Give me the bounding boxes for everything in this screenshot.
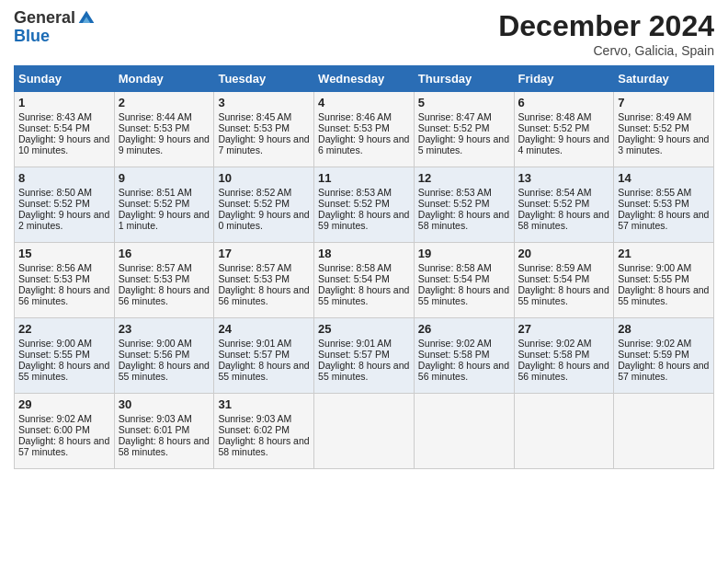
day-number: 16 (119, 247, 210, 260)
day-number: 22 (18, 322, 110, 336)
calendar-cell: 15Sunrise: 8:56 AMSunset: 5:53 PMDayligh… (15, 243, 115, 318)
day-number: 30 (119, 397, 210, 411)
daylight-text: Daylight: 9 hours and 3 minutes. (618, 133, 709, 155)
calendar-cell: 3Sunrise: 8:45 AMSunset: 5:53 PMDaylight… (214, 92, 314, 167)
sunrise-text: Sunrise: 8:46 AM (318, 111, 392, 122)
daylight-text: Daylight: 8 hours and 56 minutes. (218, 284, 309, 306)
daylight-text: Daylight: 8 hours and 55 minutes. (318, 284, 409, 306)
daylight-text: Daylight: 9 hours and 1 minute. (119, 209, 210, 231)
calendar-cell: 5Sunrise: 8:47 AMSunset: 5:52 PMDaylight… (414, 92, 514, 167)
day-number: 8 (18, 171, 110, 185)
logo-blue-text: Blue (14, 27, 50, 45)
calendar-cell (514, 394, 614, 469)
sunset-text: Sunset: 5:56 PM (119, 349, 190, 360)
day-number: 3 (218, 96, 310, 109)
day-number: 23 (119, 322, 210, 336)
sunset-text: Sunset: 6:01 PM (119, 424, 190, 435)
daylight-text: Daylight: 8 hours and 59 minutes. (318, 209, 409, 231)
calendar-row-3: 15Sunrise: 8:56 AMSunset: 5:53 PMDayligh… (15, 243, 714, 318)
calendar-cell (414, 394, 514, 469)
logo-icon (77, 9, 96, 28)
calendar-cell: 27Sunrise: 9:02 AMSunset: 5:58 PMDayligh… (514, 318, 614, 394)
logo: General Blue (14, 9, 96, 46)
daylight-text: Daylight: 8 hours and 55 minutes. (418, 284, 509, 306)
day-number: 10 (218, 171, 310, 185)
sunset-text: Sunset: 5:53 PM (218, 122, 290, 133)
calendar-cell: 16Sunrise: 8:57 AMSunset: 5:53 PMDayligh… (114, 243, 214, 318)
calendar-cell: 13Sunrise: 8:54 AMSunset: 5:52 PMDayligh… (514, 167, 614, 243)
sunrise-text: Sunrise: 8:59 AM (518, 262, 592, 273)
sunset-text: Sunset: 5:52 PM (418, 122, 490, 133)
daylight-text: Daylight: 8 hours and 57 minutes. (618, 209, 709, 231)
daylight-text: Daylight: 8 hours and 56 minutes. (119, 284, 210, 306)
sunrise-text: Sunrise: 9:02 AM (418, 338, 492, 349)
calendar-cell: 12Sunrise: 8:53 AMSunset: 5:52 PMDayligh… (414, 167, 514, 243)
sunset-text: Sunset: 5:52 PM (318, 198, 390, 209)
daylight-text: Daylight: 9 hours and 2 minutes. (18, 209, 109, 231)
day-number: 17 (218, 247, 310, 260)
daylight-text: Daylight: 9 hours and 4 minutes. (518, 133, 609, 155)
sunset-text: Sunset: 5:52 PM (518, 198, 590, 209)
sunrise-text: Sunrise: 8:47 AM (418, 111, 492, 122)
sunset-text: Sunset: 5:52 PM (18, 198, 90, 209)
col-friday: Friday (514, 66, 614, 92)
location: Cervo, Galicia, Spain (498, 43, 714, 58)
sunset-text: Sunset: 5:54 PM (518, 273, 590, 284)
calendar-cell: 2Sunrise: 8:44 AMSunset: 5:53 PMDaylight… (114, 92, 214, 167)
daylight-text: Daylight: 8 hours and 55 minutes. (518, 284, 609, 306)
calendar-cell: 4Sunrise: 8:46 AMSunset: 5:53 PMDaylight… (314, 92, 415, 167)
calendar-cell: 28Sunrise: 9:02 AMSunset: 5:59 PMDayligh… (614, 318, 714, 394)
sunrise-text: Sunrise: 8:56 AM (18, 262, 92, 273)
sunset-text: Sunset: 5:53 PM (218, 273, 290, 284)
calendar-cell: 11Sunrise: 8:53 AMSunset: 5:52 PMDayligh… (314, 167, 415, 243)
calendar-container: General Blue December 2024 Cervo, Galici… (0, 0, 728, 478)
day-number: 14 (618, 171, 710, 185)
daylight-text: Daylight: 8 hours and 55 minutes. (119, 360, 210, 382)
sunset-text: Sunset: 5:58 PM (518, 349, 590, 360)
day-number: 31 (218, 397, 310, 411)
daylight-text: Daylight: 8 hours and 55 minutes. (318, 360, 409, 382)
day-number: 2 (119, 96, 210, 109)
sunrise-text: Sunrise: 8:50 AM (18, 187, 92, 198)
daylight-text: Daylight: 9 hours and 9 minutes. (119, 133, 210, 155)
sunrise-text: Sunrise: 8:53 AM (318, 187, 392, 198)
calendar-cell: 29Sunrise: 9:02 AMSunset: 6:00 PMDayligh… (15, 394, 115, 469)
sunset-text: Sunset: 5:53 PM (18, 273, 90, 284)
daylight-text: Daylight: 8 hours and 55 minutes. (218, 360, 309, 382)
sunrise-text: Sunrise: 9:00 AM (18, 338, 92, 349)
calendar-cell: 7Sunrise: 8:49 AMSunset: 5:52 PMDaylight… (614, 92, 714, 167)
sunrise-text: Sunrise: 9:01 AM (318, 338, 392, 349)
calendar-cell: 18Sunrise: 8:58 AMSunset: 5:54 PMDayligh… (314, 243, 415, 318)
daylight-text: Daylight: 8 hours and 58 minutes. (518, 209, 609, 231)
day-number: 11 (318, 171, 410, 185)
day-number: 18 (318, 247, 410, 260)
title-block: December 2024 Cervo, Galicia, Spain (498, 9, 714, 58)
daylight-text: Daylight: 8 hours and 55 minutes. (618, 284, 709, 306)
day-number: 28 (618, 322, 710, 336)
calendar-cell: 10Sunrise: 8:52 AMSunset: 5:52 PMDayligh… (214, 167, 314, 243)
sunrise-text: Sunrise: 8:51 AM (119, 187, 192, 198)
sunset-text: Sunset: 5:55 PM (18, 349, 90, 360)
calendar-cell: 6Sunrise: 8:48 AMSunset: 5:52 PMDaylight… (514, 92, 614, 167)
daylight-text: Daylight: 9 hours and 6 minutes. (318, 133, 409, 155)
day-number: 13 (518, 171, 610, 185)
sunset-text: Sunset: 5:52 PM (418, 198, 490, 209)
calendar-cell: 1Sunrise: 8:43 AMSunset: 5:54 PMDaylight… (15, 92, 115, 167)
daylight-text: Daylight: 9 hours and 7 minutes. (218, 133, 309, 155)
calendar-cell: 23Sunrise: 9:00 AMSunset: 5:56 PMDayligh… (114, 318, 214, 394)
col-tuesday: Tuesday (214, 66, 314, 92)
calendar-cell: 9Sunrise: 8:51 AMSunset: 5:52 PMDaylight… (114, 167, 214, 243)
sunrise-text: Sunrise: 8:54 AM (518, 187, 592, 198)
sunset-text: Sunset: 5:58 PM (418, 349, 490, 360)
daylight-text: Daylight: 8 hours and 56 minutes. (18, 284, 109, 306)
calendar-cell: 20Sunrise: 8:59 AMSunset: 5:54 PMDayligh… (514, 243, 614, 318)
col-monday: Monday (114, 66, 214, 92)
sunrise-text: Sunrise: 9:03 AM (119, 413, 192, 424)
daylight-text: Daylight: 9 hours and 10 minutes. (18, 133, 109, 155)
day-number: 12 (418, 171, 510, 185)
sunset-text: Sunset: 5:52 PM (218, 198, 290, 209)
month-title: December 2024 (498, 9, 714, 43)
day-number: 19 (418, 247, 510, 260)
calendar-cell: 21Sunrise: 9:00 AMSunset: 5:55 PMDayligh… (614, 243, 714, 318)
sunrise-text: Sunrise: 8:58 AM (418, 262, 492, 273)
